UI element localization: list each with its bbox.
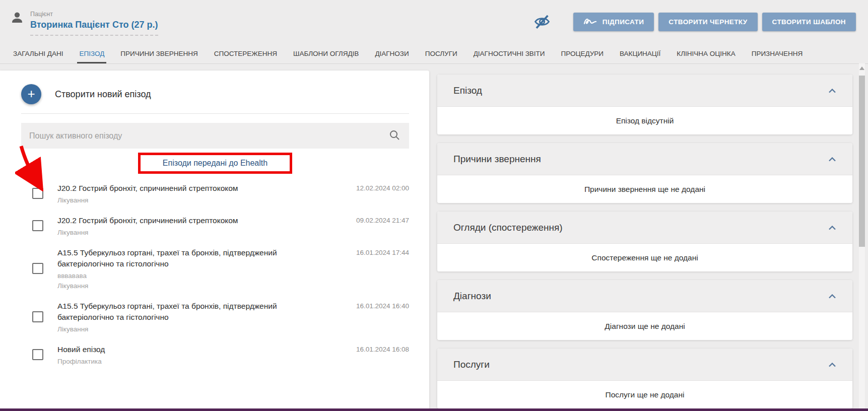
episode-row[interactable]: A15.5 Туберкульоз гортані, трахеї та бро…	[21, 299, 409, 335]
divider	[21, 113, 409, 114]
summary-empty-text: Епізод відсутній	[437, 107, 852, 134]
tab-clinical-assessment[interactable]: КЛІНІЧНА ОЦІНКА	[669, 43, 743, 63]
tab-services[interactable]: ПОСЛУГИ	[417, 43, 465, 63]
tab-exam-templates[interactable]: ШАБЛОНИ ОГЛЯДІВ	[285, 43, 367, 63]
patient-info[interactable]: Пацієнт Вторинка Пацієнт Сто (27 р.)	[10, 8, 158, 36]
episode-subtitle: Лікування	[57, 229, 334, 236]
create-template-label: СТВОРИТИ ШАБЛОН	[772, 18, 846, 26]
summary-section-title: Огляди (спостереження)	[453, 222, 563, 233]
annotation-highlight-box: Епізоди передані до Ehealth	[138, 153, 292, 174]
create-draft-label: СТВОРИТИ ЧЕРНЕТКУ	[669, 18, 747, 26]
episode-row[interactable]: J20.2 Гострий бронхіт, спричинений стреп…	[21, 213, 409, 238]
chevron-up-icon[interactable]	[828, 155, 836, 164]
summary-section-services: Послуги Послуги ще не додані	[437, 349, 852, 408]
episode-row[interactable]: A15.5 Туберкульоз гортані, трахеї та бро…	[21, 245, 409, 292]
episode-subtitle: Лікування	[57, 196, 334, 204]
summary-empty-text: Діагнози ще не додані	[437, 312, 852, 340]
episode-subtitle: Лікування	[57, 282, 334, 290]
summary-section-episode: Епізод Епізод відсутній	[437, 75, 852, 134]
summary-empty-text: Причини звернення ще не додані	[437, 175, 852, 203]
summary-section-header[interactable]: Епізод	[437, 75, 852, 107]
episode-date: 16.01.2024 17:44	[346, 247, 409, 256]
ehealth-transferred-label: Епізоди передані до Ehealth	[163, 159, 268, 167]
create-episode-label: Створити новий епізод	[55, 89, 151, 100]
chevron-up-icon[interactable]	[828, 360, 836, 369]
episode-checkbox[interactable]	[32, 188, 43, 199]
episode-date: 16.01.2024 16:08	[346, 344, 409, 353]
tab-diagnoses[interactable]: ДІАГНОЗИ	[367, 43, 417, 63]
episode-title: A15.5 Туберкульоз гортані, трахеї та бро…	[57, 301, 334, 323]
episode-list: J20.2 Гострий бронхіт, спричинений стреп…	[21, 181, 409, 367]
summary-section-header[interactable]: Послуги	[437, 349, 852, 381]
chevron-up-icon[interactable]	[828, 292, 836, 301]
chevron-up-icon[interactable]	[828, 86, 836, 95]
summary-section-title: Причини звернення	[453, 154, 541, 165]
create-episode-button[interactable]: +	[21, 84, 41, 104]
patient-label: Пацієнт	[30, 11, 158, 18]
patient-name[interactable]: Вторинка Пацієнт Сто (27 р.)	[30, 20, 158, 36]
patient-header: Пацієнт Вторинка Пацієнт Сто (27 р.) ПІД…	[0, 0, 868, 43]
summary-section-diagnoses: Діагнози Діагнози ще не додані	[437, 280, 852, 340]
scroll-up-arrow[interactable]	[859, 66, 864, 70]
episode-row[interactable]: Новий епізод Профілактика 16.01.2024 16:…	[21, 342, 409, 367]
episode-checkbox[interactable]	[32, 311, 43, 322]
summary-section-header[interactable]: Огляди (спостереження)	[437, 212, 852, 244]
episode-search	[21, 123, 409, 149]
tab-visit-reasons[interactable]: ПРИЧИНИ ЗВЕРНЕННЯ	[112, 43, 206, 63]
episode-checkbox[interactable]	[32, 349, 43, 360]
section-tabbar: ЗАГАЛЬНІ ДАНІ ЕПІЗОД ПРИЧИНИ ЗВЕРНЕННЯ С…	[0, 43, 868, 64]
summary-section-header[interactable]: Причини звернення	[437, 143, 852, 175]
create-draft-button[interactable]: СТВОРИТИ ЧЕРНЕТКУ	[658, 13, 757, 31]
tab-prescriptions[interactable]: ПРИЗНАЧЕННЯ	[744, 43, 811, 63]
episode-subtitle: вввавава	[57, 272, 334, 280]
create-template-button[interactable]: СТВОРИТИ ШАБЛОН	[762, 13, 856, 31]
chevron-up-icon[interactable]	[828, 223, 836, 232]
signature-icon	[583, 17, 597, 27]
summary-section-visit-reasons: Причини звернення Причини звернення ще н…	[437, 143, 852, 203]
summary-section-observations: Огляди (спостереження) Спостереження ще …	[437, 212, 852, 271]
vertical-scrollbar[interactable]	[859, 63, 865, 408]
episode-title: J20.2 Гострий бронхіт, спричинений стреп…	[57, 215, 334, 226]
summary-section-title: Діагнози	[453, 291, 491, 302]
episode-checkbox[interactable]	[32, 220, 43, 231]
person-icon	[10, 11, 24, 27]
summary-empty-text: Спостереження ще не додані	[437, 244, 852, 271]
summary-section-header[interactable]: Діагнози	[437, 280, 852, 312]
episode-checkbox[interactable]	[32, 263, 43, 274]
eye-off-icon[interactable]	[530, 13, 554, 31]
scrollbar-thumb[interactable]	[859, 76, 865, 247]
tab-episode[interactable]: ЕПІЗОД	[71, 43, 112, 63]
tab-general-data[interactable]: ЗАГАЛЬНІ ДАНІ	[5, 43, 71, 63]
episode-subtitle: Профілактика	[57, 358, 334, 365]
tab-observations[interactable]: СПОСТЕРЕЖЕННЯ	[206, 43, 285, 63]
sign-button[interactable]: ПІДПИСАТИ	[573, 13, 654, 31]
bottom-window-bar	[0, 408, 868, 411]
summary-empty-text: Послуги ще не додані	[437, 381, 852, 408]
summary-section-title: Послуги	[453, 359, 490, 370]
sign-button-label: ПІДПИСАТИ	[603, 18, 644, 26]
episode-title: A15.5 Туберкульоз гортані, трахеї та бро…	[57, 247, 334, 269]
episode-date: 09.02.2024 21:47	[346, 215, 409, 224]
episode-date: 16.01.2024 16:40	[346, 301, 409, 310]
episode-row[interactable]: J20.2 Гострий бронхіт, спричинений стреп…	[21, 181, 409, 206]
search-icon[interactable]	[388, 129, 400, 143]
episode-date: 12.02.2024 02:00	[346, 183, 409, 192]
summary-section-title: Епізод	[453, 85, 482, 96]
episode-title: J20.2 Гострий бронхіт, спричинений стреп…	[57, 183, 334, 194]
tab-vaccinations[interactable]: ВАКЦИНАЦІЇ	[612, 43, 669, 63]
episode-summary-panel: Епізод Епізод відсутній Причини зверненн…	[437, 75, 852, 411]
episode-search-input[interactable]	[28, 131, 388, 141]
episodes-panel: + Створити новий епізод Епізоди передані…	[0, 71, 429, 408]
tab-procedures[interactable]: ПРОЦЕДУРИ	[553, 43, 612, 63]
episode-subtitle: Лікування	[57, 325, 334, 333]
tab-diagnostic-reports[interactable]: ДІАГНОСТИЧНІ ЗВІТИ	[465, 43, 553, 63]
episode-title: Новий епізод	[57, 344, 334, 355]
